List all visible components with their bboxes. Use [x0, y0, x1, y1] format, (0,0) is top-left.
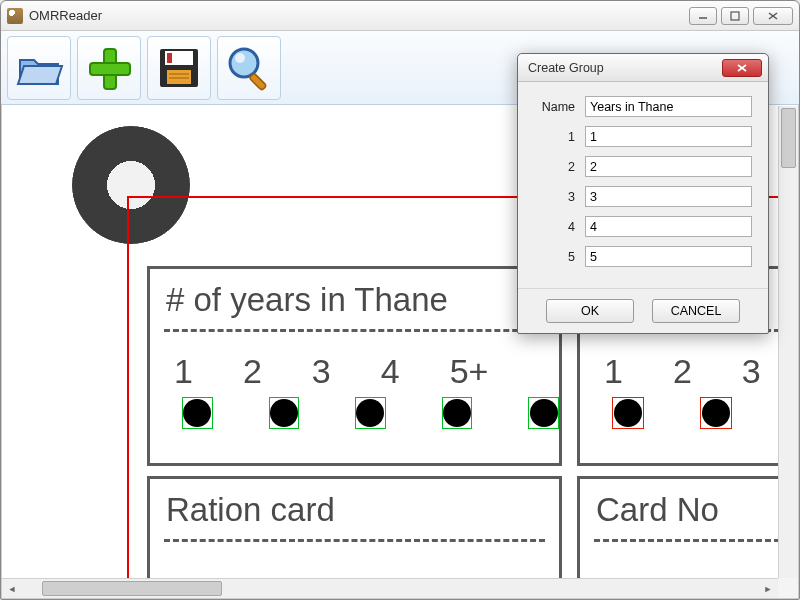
vertical-scrollbar[interactable] [778, 106, 798, 578]
svg-rect-14 [249, 73, 267, 91]
svg-point-13 [235, 53, 245, 63]
svg-rect-9 [167, 70, 191, 84]
divider [164, 539, 545, 542]
form-row-1: 1 [534, 126, 752, 147]
window-buttons [689, 7, 793, 25]
omr-bubble[interactable] [442, 397, 473, 429]
omr-bubble[interactable] [700, 397, 732, 429]
omr-bubble[interactable] [612, 397, 644, 429]
row-label: 2 [534, 160, 585, 174]
omr-bubble[interactable] [355, 397, 386, 429]
titlebar: OMRReader [1, 1, 799, 31]
app-window: OMRReader [0, 0, 800, 600]
filled-bubble-icon [530, 399, 558, 427]
option-numbers: 1 2 3 4 5+ [150, 338, 559, 391]
omr-bubble[interactable] [528, 397, 559, 429]
omr-bubble[interactable] [182, 397, 213, 429]
close-button[interactable] [753, 7, 793, 25]
form-row-5: 5 [534, 246, 752, 267]
svg-rect-8 [167, 53, 172, 63]
bubble-row [150, 391, 559, 429]
filled-bubble-icon [270, 399, 298, 427]
add-button[interactable] [77, 36, 141, 100]
name-input[interactable] [585, 96, 752, 117]
scrollbar-thumb[interactable] [781, 108, 796, 168]
form-row-3: 3 [534, 186, 752, 207]
divider [594, 539, 778, 542]
ok-button[interactable]: OK [546, 299, 634, 323]
scroll-left-icon[interactable]: ◄ [3, 580, 21, 598]
row-label: 3 [534, 190, 585, 204]
filled-bubble-icon [183, 399, 211, 427]
dialog-title: Create Group [524, 61, 722, 75]
dialog-close-button[interactable] [722, 59, 762, 77]
filled-bubble-icon [614, 399, 642, 427]
option-label: 1 [174, 352, 193, 391]
dialog-titlebar: Create Group [518, 54, 768, 82]
divider [164, 329, 545, 332]
open-button[interactable] [7, 36, 71, 100]
java-app-icon [7, 8, 23, 24]
maximize-icon [730, 11, 740, 21]
magnifier-icon [224, 43, 274, 93]
bubble-row [580, 391, 778, 429]
option-label: 4 [381, 352, 400, 391]
section-title: # of years in Thane [150, 269, 559, 323]
omr-bubble[interactable] [269, 397, 300, 429]
zoom-button[interactable] [217, 36, 281, 100]
option-label: 3 [312, 352, 331, 391]
row-input-5[interactable] [585, 246, 752, 267]
plus-icon [84, 43, 134, 93]
option-label: 3 [742, 352, 761, 391]
name-label: Name [534, 100, 585, 114]
option-label: 1 [604, 352, 623, 391]
maximize-button[interactable] [721, 7, 749, 25]
row-label: 5 [534, 250, 585, 264]
option-numbers: 1 2 3 [580, 338, 778, 391]
row-input-1[interactable] [585, 126, 752, 147]
option-label: 2 [673, 352, 692, 391]
svg-point-12 [230, 49, 258, 77]
scrollbar-thumb[interactable] [42, 581, 222, 596]
row-input-3[interactable] [585, 186, 752, 207]
window-title: OMRReader [29, 8, 689, 23]
section-ration-card: Ration card [147, 476, 562, 578]
section-title: Card No [580, 479, 778, 533]
form-row-4: 4 [534, 216, 752, 237]
registration-mark-icon [72, 126, 190, 244]
row-input-4[interactable] [585, 216, 752, 237]
svg-rect-5 [90, 63, 130, 75]
dialog-body: Name 1 2 3 4 5 [518, 82, 768, 288]
minimize-icon [698, 11, 708, 21]
option-label: 5+ [450, 352, 489, 391]
floppy-icon [155, 44, 203, 92]
create-group-dialog: Create Group Name 1 2 3 [517, 53, 769, 334]
filled-bubble-icon [702, 399, 730, 427]
dialog-button-row: OK CANCEL [518, 288, 768, 333]
close-icon [767, 11, 779, 21]
section-card-no: Card No [577, 476, 778, 578]
form-row-name: Name [534, 96, 752, 117]
row-label: 1 [534, 130, 585, 144]
section-years-in-thane: # of years in Thane 1 2 3 4 5+ [147, 266, 562, 466]
svg-rect-1 [731, 12, 739, 20]
row-label: 4 [534, 220, 585, 234]
close-icon [736, 63, 748, 73]
option-label: 2 [243, 352, 262, 391]
save-button[interactable] [147, 36, 211, 100]
form-row-2: 2 [534, 156, 752, 177]
minimize-button[interactable] [689, 7, 717, 25]
filled-bubble-icon [356, 399, 384, 427]
horizontal-scrollbar[interactable]: ◄ ► [2, 578, 778, 598]
filled-bubble-icon [443, 399, 471, 427]
guide-line-vertical [127, 196, 129, 578]
scroll-right-icon[interactable]: ► [759, 580, 777, 598]
section-title: Ration card [150, 479, 559, 533]
cancel-button[interactable]: CANCEL [652, 299, 740, 323]
row-input-2[interactable] [585, 156, 752, 177]
folder-open-icon [14, 46, 64, 90]
